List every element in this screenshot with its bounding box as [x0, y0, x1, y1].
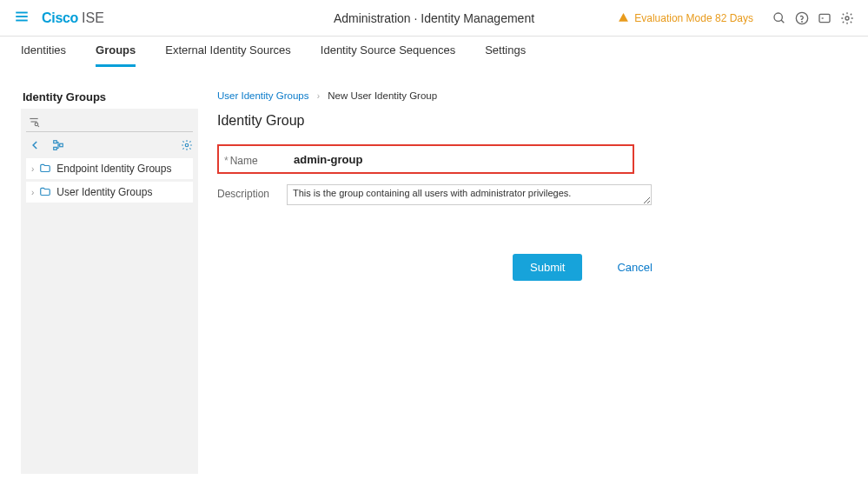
filter-search-icon [28, 116, 40, 128]
settings-icon[interactable] [840, 11, 854, 25]
svg-point-16 [185, 143, 189, 147]
sidebar: Identity Groups › Endpoint Identity Grou… [21, 90, 198, 474]
name-label: *Name [224, 151, 294, 167]
evaluation-notice[interactable]: Evaluation Mode 82 Days [618, 12, 753, 24]
tab-settings[interactable]: Settings [485, 36, 526, 67]
svg-point-6 [802, 21, 803, 22]
brand-logo-secondary: ISE [82, 10, 104, 26]
tree-view-icon[interactable] [52, 139, 64, 151]
tab-identities[interactable]: Identities [21, 36, 66, 67]
menu-icon[interactable] [14, 9, 30, 27]
svg-point-11 [35, 123, 38, 126]
folder-icon [39, 186, 51, 198]
button-row: Submit Cancel [217, 254, 847, 281]
chevron-right-icon: › [31, 164, 34, 174]
sidebar-search[interactable] [26, 114, 193, 132]
search-icon[interactable] [772, 11, 786, 25]
main-content: User Identity Groups › New User Identity… [198, 90, 847, 474]
tab-identity-source-sequences[interactable]: Identity Source Sequences [321, 36, 455, 67]
svg-point-3 [774, 13, 782, 21]
tree-item-user-identity-groups[interactable]: › User Identity Groups [26, 182, 193, 203]
svg-rect-14 [54, 147, 57, 150]
sidebar-panel: › Endpoint Identity Groups › User Identi… [21, 109, 198, 474]
tab-external-identity-sources[interactable]: External Identity Sources [165, 36, 291, 67]
breadcrumb: User Identity Groups › New User Identity… [217, 90, 847, 101]
field-row-name: *Name admin-group [217, 144, 634, 174]
description-input[interactable] [287, 184, 652, 205]
folder-icon [39, 163, 51, 175]
chevron-right-icon: › [31, 188, 34, 197]
tab-bar: Identities Groups External Identity Sour… [0, 37, 868, 66]
svg-line-4 [781, 20, 784, 23]
description-label: Description [217, 184, 287, 200]
submit-button[interactable]: Submit [513, 254, 582, 281]
tree-item-endpoint-identity-groups[interactable]: › Endpoint Identity Groups [26, 158, 193, 179]
evaluation-notice-text: Evaluation Mode 82 Days [634, 12, 753, 24]
help-icon[interactable] [795, 11, 809, 25]
svg-line-12 [38, 126, 39, 127]
sidebar-heading: Identity Groups [21, 90, 198, 103]
cancel-button[interactable]: Cancel [617, 261, 652, 274]
field-row-description: Description [217, 184, 847, 205]
brand-logo-primary: Cisco [42, 10, 78, 26]
svg-rect-13 [54, 141, 57, 143]
tree-item-label: Endpoint Identity Groups [56, 163, 171, 175]
svg-rect-15 [60, 143, 63, 147]
svg-point-8 [845, 17, 849, 20]
notifications-icon[interactable] [818, 11, 832, 25]
breadcrumb-link[interactable]: User Identity Groups [217, 90, 308, 101]
form-title: Identity Group [217, 113, 847, 129]
warning-icon [618, 12, 629, 23]
name-input[interactable]: admin-group [294, 151, 362, 166]
sidebar-toolbar [26, 137, 193, 158]
gear-icon[interactable] [181, 139, 193, 151]
breadcrumb-current: New User Identity Group [328, 90, 437, 101]
svg-rect-7 [819, 14, 830, 22]
tab-groups[interactable]: Groups [96, 36, 136, 67]
tree-item-label: User Identity Groups [56, 186, 152, 198]
top-bar: Cisco ISE Administration · Identity Mana… [0, 0, 868, 37]
chevron-right-icon: › [317, 91, 320, 101]
back-icon[interactable] [30, 139, 42, 151]
